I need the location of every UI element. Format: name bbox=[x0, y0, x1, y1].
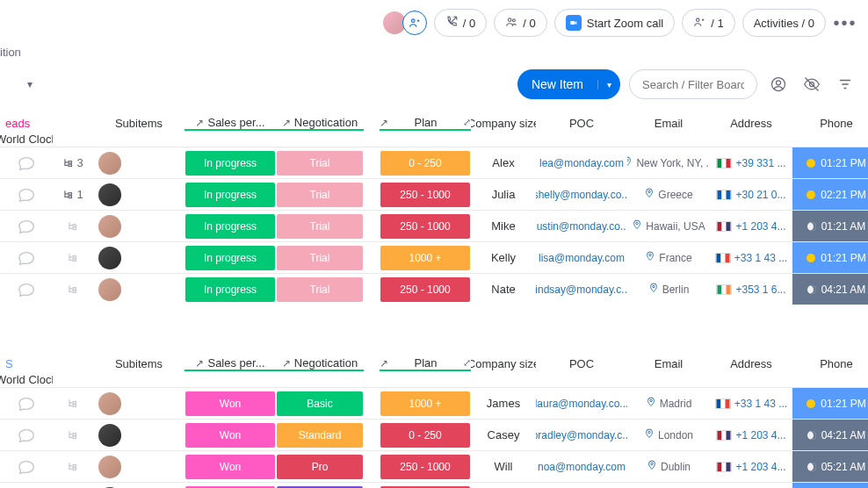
phone-cell[interactable]: +1 203 4... bbox=[710, 420, 792, 450]
more-icon[interactable]: ••• bbox=[833, 11, 857, 35]
person-cell[interactable] bbox=[93, 274, 127, 305]
chat-icon[interactable] bbox=[0, 388, 53, 419]
negotiation-status[interactable]: In progress bbox=[185, 246, 275, 270]
address-cell[interactable]: London bbox=[627, 420, 710, 450]
table-row[interactable]: In progress Trial 250 - 1000 Nate lindsa… bbox=[0, 273, 868, 305]
table-row[interactable]: Won Basic 1000 + James laura@monday.co..… bbox=[0, 387, 868, 419]
chat-icon[interactable] bbox=[0, 274, 53, 305]
col-subitems[interactable]: Subitems bbox=[93, 357, 184, 370]
subitems-icon[interactable] bbox=[67, 283, 79, 296]
chat-icon[interactable] bbox=[0, 483, 53, 488]
group-title[interactable]: S bbox=[0, 357, 93, 370]
person-cell[interactable] bbox=[93, 420, 127, 450]
sales-cell[interactable] bbox=[127, 147, 184, 178]
company-size[interactable]: 0 - 250 bbox=[380, 423, 470, 448]
company-size[interactable]: 250 - 1000 bbox=[380, 277, 470, 302]
col-sales[interactable]: ↗Sales per... bbox=[184, 116, 276, 131]
plan-status[interactable]: Basic bbox=[277, 391, 363, 416]
phone-cell[interactable]: +30 21 0... bbox=[710, 179, 792, 210]
table-row[interactable]: 1 In progress Trial 250 - 1000 Julia she… bbox=[0, 178, 868, 210]
address-cell[interactable]: Hawaii, USA bbox=[627, 211, 710, 241]
col-poc[interactable]: POC bbox=[536, 357, 627, 370]
negotiation-status[interactable]: In progress bbox=[185, 214, 275, 239]
call-pill[interactable]: / 0 bbox=[434, 9, 487, 37]
company-size[interactable]: 1000 + bbox=[380, 391, 470, 416]
new-item-dropdown-icon[interactable]: ▾ bbox=[597, 80, 620, 90]
add-person-icon[interactable] bbox=[402, 11, 427, 35]
sales-cell[interactable] bbox=[127, 483, 184, 488]
email-link[interactable]: lea@monday.com bbox=[536, 147, 627, 178]
activities-pill[interactable]: Activities / 0 bbox=[742, 9, 826, 37]
col-poc[interactable]: POC bbox=[536, 117, 627, 130]
table-row[interactable]: In progress Trial 1000 + Kelly lisa@mond… bbox=[0, 241, 868, 273]
table-row[interactable]: 3 In progress Trial 0 - 250 Alex lea@mon… bbox=[0, 147, 868, 178]
email-link[interactable]: shelly@monday.co... bbox=[536, 179, 627, 210]
subitems-icon[interactable] bbox=[67, 429, 79, 441]
phone-cell[interactable]: +33 1 43 ... bbox=[710, 388, 792, 419]
hide-icon[interactable] bbox=[799, 72, 824, 97]
email-link[interactable]: tom@monday.com bbox=[536, 483, 627, 488]
subitems-icon[interactable] bbox=[67, 461, 79, 473]
chat-icon[interactable] bbox=[0, 147, 53, 178]
col-address[interactable]: Address bbox=[710, 117, 792, 130]
sales-cell[interactable] bbox=[127, 420, 184, 450]
negotiation-status[interactable]: In progress bbox=[185, 183, 275, 207]
assign-pill[interactable]: / 1 bbox=[682, 9, 734, 37]
chat-icon[interactable] bbox=[0, 179, 53, 210]
col-sales[interactable]: ↗Sales per... bbox=[184, 356, 276, 371]
table-row[interactable]: Won Pro 250 - 1000 Will noa@monday.com D… bbox=[0, 450, 868, 482]
plan-status[interactable]: Trial bbox=[277, 183, 363, 207]
company-size[interactable]: 0 - 250 bbox=[380, 151, 470, 176]
group-title[interactable]: eads bbox=[0, 117, 93, 130]
email-link[interactable]: laura@monday.co... bbox=[536, 388, 627, 419]
negotiation-status[interactable]: In progress bbox=[185, 277, 275, 302]
email-link[interactable]: noa@monday.com bbox=[536, 451, 627, 482]
col-subitems[interactable]: Subitems bbox=[93, 117, 184, 130]
negotiation-status[interactable]: Won bbox=[185, 391, 275, 416]
chat-icon[interactable] bbox=[0, 451, 53, 482]
search-input[interactable] bbox=[629, 69, 757, 99]
subitems-icon[interactable]: 1 bbox=[62, 188, 83, 201]
subitems-icon[interactable] bbox=[67, 252, 79, 264]
subitems-icon[interactable]: 3 bbox=[62, 156, 83, 169]
sales-cell[interactable] bbox=[127, 451, 184, 482]
person-cell[interactable] bbox=[93, 451, 127, 482]
plan-status[interactable]: Trial bbox=[277, 246, 363, 270]
sales-cell[interactable] bbox=[127, 388, 184, 419]
phone-cell[interactable]: +1 203 4... bbox=[710, 451, 792, 482]
subitems-icon[interactable] bbox=[67, 220, 79, 233]
company-size[interactable]: 250 - 1000 bbox=[380, 455, 470, 479]
col-clock[interactable]: World Clock bbox=[0, 373, 53, 386]
col-phone[interactable]: Phone bbox=[792, 117, 868, 130]
plan-status[interactable]: Trial bbox=[277, 214, 363, 239]
plan-status[interactable]: Trial bbox=[277, 277, 363, 302]
plan-status[interactable]: Pro bbox=[277, 455, 363, 479]
col-email[interactable]: Email bbox=[627, 117, 710, 130]
email-link[interactable]: bradley@monday.c... bbox=[536, 420, 627, 450]
person-cell[interactable] bbox=[93, 483, 127, 488]
address-cell[interactable]: Greece bbox=[627, 179, 710, 210]
zoom-pill[interactable]: Start Zoom call bbox=[554, 9, 675, 37]
plan-status[interactable]: Standard bbox=[277, 423, 363, 448]
phone-cell[interactable]: +420 608... bbox=[710, 483, 792, 488]
address-cell[interactable]: France bbox=[627, 242, 710, 273]
avatar-stack[interactable] bbox=[381, 10, 427, 36]
col-phone[interactable]: Phone bbox=[792, 357, 868, 370]
col-plan[interactable]: ↗Plan⤢ bbox=[380, 116, 471, 131]
phone-cell[interactable]: +1 203 4... bbox=[710, 211, 792, 241]
negotiation-status[interactable]: In progress bbox=[185, 151, 275, 176]
table-row[interactable]: In progress Trial 250 - 1000 Mike justin… bbox=[0, 210, 868, 241]
email-link[interactable]: lisa@monday.com bbox=[536, 242, 627, 273]
chevron-down-icon[interactable]: ▾ bbox=[18, 72, 42, 97]
chat-icon[interactable] bbox=[0, 420, 53, 450]
chat-icon[interactable] bbox=[0, 211, 53, 241]
person-cell[interactable] bbox=[93, 147, 127, 178]
negotiation-status[interactable]: Won bbox=[185, 423, 275, 448]
address-cell[interactable]: Madrid bbox=[627, 388, 710, 419]
person-cell[interactable] bbox=[93, 388, 127, 419]
phone-cell[interactable]: +33 1 43 ... bbox=[710, 242, 792, 273]
address-cell[interactable]: Berlin bbox=[627, 274, 710, 305]
phone-cell[interactable]: +39 331 ... bbox=[710, 147, 792, 178]
person-cell[interactable] bbox=[93, 179, 127, 210]
table-row[interactable]: Won Standard 0 - 250 Casey bradley@monda… bbox=[0, 419, 868, 450]
